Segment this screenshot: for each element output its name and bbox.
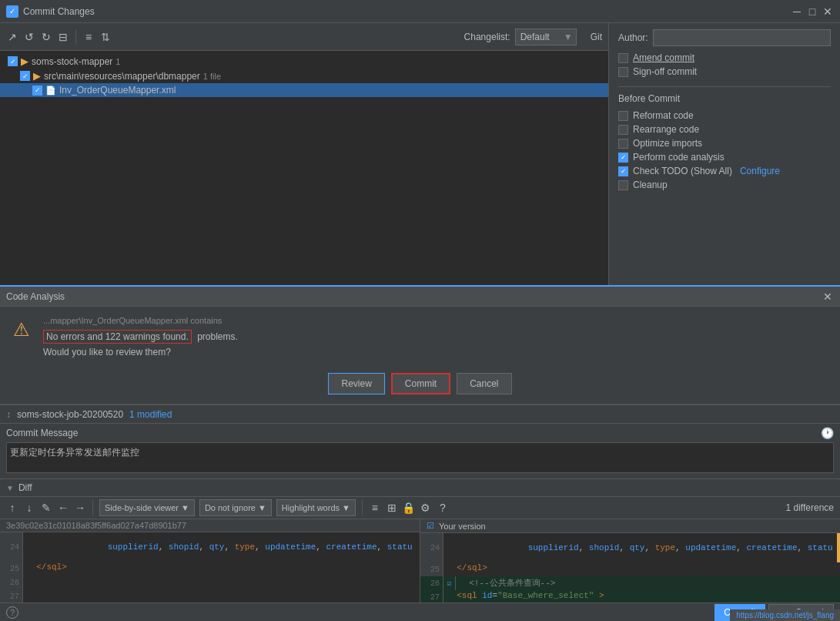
modified-count[interactable]: 1 modified xyxy=(129,409,172,420)
diff-grid-icon[interactable]: ⊞ xyxy=(386,502,398,514)
maximize-button[interactable]: □ xyxy=(806,5,818,18)
reformat-label: Reformat code xyxy=(633,110,694,121)
divider xyxy=(618,86,831,87)
line-num: 25 xyxy=(0,562,23,576)
before-commit-title: Before Commit xyxy=(618,93,831,104)
diff-left-line: 26 xyxy=(0,576,420,589)
xml-file-icon: 📄 xyxy=(45,86,56,96)
diff-help-icon[interactable]: ? xyxy=(437,502,449,514)
tree-item-count: 1 file xyxy=(203,72,221,81)
dialog-close-button[interactable]: ✕ xyxy=(822,290,834,303)
right-panel: Author: Amend commit Sign-off commit Bef… xyxy=(609,23,840,285)
diff-check[interactable]: ☑ xyxy=(443,576,456,590)
minimize-button[interactable]: ─ xyxy=(791,5,803,18)
optimize-label: Optimize imports xyxy=(633,138,702,149)
highlight-dropdown[interactable]: Highlight words ▼ xyxy=(276,499,356,516)
diff-lock-icon[interactable]: 🔒 xyxy=(403,502,415,514)
checkbox-folder1[interactable]: ✓ xyxy=(8,56,18,66)
ignore-label: Do not ignore xyxy=(205,503,256,512)
code-analysis-checkbox[interactable]: ✓ xyxy=(618,153,628,163)
sort-icon[interactable]: ⇅ xyxy=(99,31,112,43)
expand-icon[interactable]: ≡ xyxy=(82,31,95,43)
ignore-arrow-icon: ▼ xyxy=(258,503,266,512)
check-todo-label: Check TODO (Show All) xyxy=(633,166,732,176)
cleanup-row: Cleanup xyxy=(618,180,831,190)
diff-right-panel: ☑ Your version 24 supplierid, shopid, qt… xyxy=(420,519,840,612)
warning-icon: ⚠ xyxy=(9,317,34,342)
rearrange-checkbox[interactable] xyxy=(618,125,628,135)
diff-up-icon[interactable]: ↑ xyxy=(6,502,18,514)
amend-commit-label: Amend commit xyxy=(633,52,694,63)
cleanup-checkbox[interactable] xyxy=(618,180,628,190)
settings-icon[interactable]: ⊟ xyxy=(57,31,69,43)
reformat-row: Reformat code xyxy=(618,110,831,121)
help-button[interactable]: ? xyxy=(6,606,18,619)
diff-left-line: 24 supplierid, shopid, qty, type, update… xyxy=(0,532,420,562)
reformat-checkbox[interactable] xyxy=(618,111,628,121)
tree-item[interactable]: ✓ ▶ soms-stock-mapper 1 xyxy=(0,54,608,69)
optimize-checkbox[interactable] xyxy=(618,139,628,149)
url-bar: https://blog.csdn.net/js_flang xyxy=(730,609,840,621)
line-content: <!--公共条件查询--> xyxy=(456,576,840,590)
diff-forward-icon[interactable]: → xyxy=(74,502,86,514)
ignore-dropdown[interactable]: Do not ignore ▼ xyxy=(199,499,272,516)
folder-icon: ▶ xyxy=(33,70,41,82)
tree-item-selected[interactable]: ✓ 📄 Inv_OrderQueueMapper.xml xyxy=(0,83,608,97)
line-content: </sql> xyxy=(443,562,840,576)
diff-count: 1 difference xyxy=(786,502,835,513)
line-num: 25 xyxy=(420,562,443,576)
main-toolbar: ↗ ↺ ↻ ⊟ ≡ ⇅ Changelist: Default ▼ Git xyxy=(0,23,608,51)
window-controls: ─ □ ✕ xyxy=(791,5,834,18)
diff-back-icon[interactable]: ← xyxy=(57,502,69,514)
clock-icon: 🕐 xyxy=(821,427,834,439)
close-button[interactable]: ✕ xyxy=(822,5,834,18)
configure-link[interactable]: Configure xyxy=(740,166,780,176)
diff-edit-icon[interactable]: ✎ xyxy=(40,502,52,514)
code-analysis-label: Perform code analysis xyxy=(633,152,725,163)
diff-collapse-icon[interactable]: ▼ xyxy=(6,484,14,492)
diff-align-icon[interactable]: ≡ xyxy=(369,502,381,514)
app-icon: ✓ xyxy=(6,5,18,18)
review-button[interactable]: Review xyxy=(328,373,384,394)
dialog-title: Code Analysis xyxy=(6,291,822,302)
dialog-problems-text: problems. xyxy=(197,331,238,342)
checkbox-file[interactable]: ✓ xyxy=(32,86,42,96)
tree-item-filename: Inv_OrderQueueMapper.xml xyxy=(59,85,176,96)
amend-commit-row: Amend commit xyxy=(618,52,831,63)
file-tree-panel: ↗ ↺ ↻ ⊟ ≡ ⇅ Changelist: Default ▼ Git xyxy=(0,23,609,285)
amend-checkbox[interactable] xyxy=(618,53,628,63)
main-window: ✓ Commit Changes ─ □ ✕ ↗ ↺ ↻ ⊟ ≡ ⇅ xyxy=(0,0,840,621)
viewer-label: Side-by-side viewer xyxy=(105,503,179,512)
check-todo-checkbox[interactable]: ✓ xyxy=(618,166,628,176)
diff-right-header: ☑ Your version xyxy=(420,519,840,533)
window-title: Commit Changes xyxy=(23,6,791,17)
refresh-icon[interactable]: ↻ xyxy=(40,31,52,43)
highlight-arrow-icon: ▼ xyxy=(342,503,350,512)
diff-gear-icon[interactable]: ⚙ xyxy=(420,502,432,514)
diff-title[interactable]: Diff xyxy=(18,482,32,493)
author-label: Author: xyxy=(618,32,648,43)
check-todo-row: ✓ Check TODO (Show All) Configure xyxy=(618,166,831,176)
checkbox-folder2[interactable]: ✓ xyxy=(20,71,30,81)
diff-left-hash: 3e39c02e31c01018a83f5ff6ad027a47d8901b77 xyxy=(0,519,420,532)
cancel-dialog-button[interactable]: Cancel xyxy=(457,373,511,394)
rollback-icon[interactable]: ↺ xyxy=(23,31,35,43)
line-content xyxy=(23,589,420,603)
line-content: supplierid, shopid, qty, type, updatetim… xyxy=(443,533,837,562)
line-content: </sql> xyxy=(23,562,420,576)
commit-message-input[interactable] xyxy=(6,442,834,473)
diff-down-icon[interactable]: ↓ xyxy=(23,502,35,514)
commit-msg-header: Commit Message 🕐 xyxy=(6,427,834,439)
add-icon[interactable]: ↗ xyxy=(6,31,18,43)
viewer-dropdown[interactable]: Side-by-side viewer ▼ xyxy=(99,499,195,516)
line-num: 24 xyxy=(0,532,23,562)
signoff-checkbox[interactable] xyxy=(618,67,628,77)
changelist-dropdown[interactable]: Default ▼ xyxy=(515,29,577,45)
viewer-arrow-icon: ▼ xyxy=(181,503,189,512)
app-status-bar: ? Commit ↙ ↙Cancel https://blog.csdn.net… xyxy=(0,603,840,621)
dialog-path-text: ...mapper\Inv_OrderQueueMapper.xml conta… xyxy=(43,316,831,325)
commit-dialog-button[interactable]: Commit xyxy=(391,373,450,394)
author-input[interactable] xyxy=(653,29,831,46)
commit-msg-label: Commit Message xyxy=(6,428,78,438)
tree-item[interactable]: ✓ ▶ src\main\resources\mapper\dbmapper 1… xyxy=(0,69,608,83)
